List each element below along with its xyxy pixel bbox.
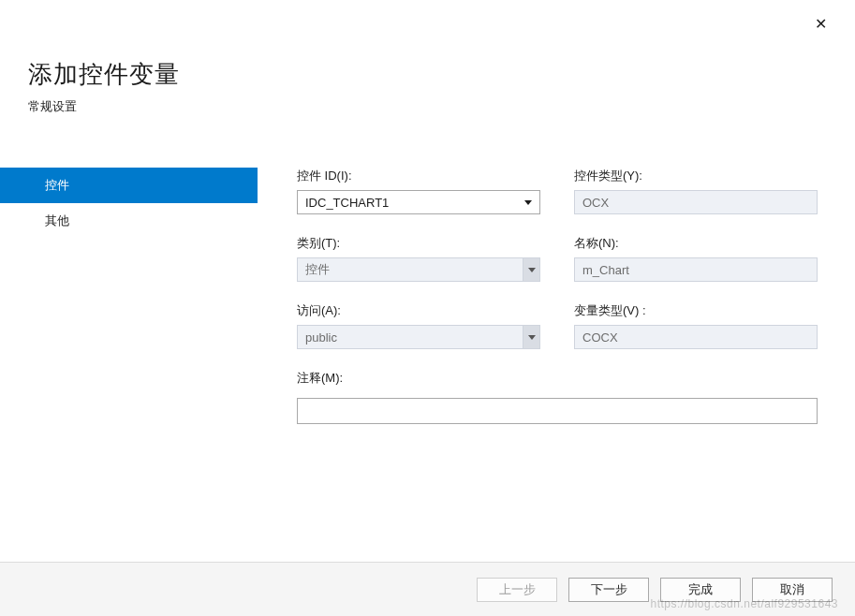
field-category: 类别(T): 控件 <box>297 235 540 282</box>
field-control-id: 控件 ID(I): IDC_TCHART1 <box>297 168 540 214</box>
label-var-type: 变量类型(V) : <box>574 302 818 319</box>
button-label: 下一步 <box>591 581 627 598</box>
chevron-down-icon <box>524 200 532 205</box>
label-control-type: 控件类型(Y): <box>574 168 818 184</box>
field-name: 名称(N): m_Chart <box>574 235 818 282</box>
page-subtitle: 常规设置 <box>28 98 827 115</box>
button-label: 完成 <box>688 581 713 598</box>
input-value: m_Chart <box>582 263 629 277</box>
dropdown-button <box>523 258 539 281</box>
dialog-header: 添加控件变量 常规设置 <box>0 0 855 123</box>
input-value: COCX <box>582 330 618 345</box>
label-control-id: 控件 ID(I): <box>297 168 540 184</box>
input-comment[interactable] <box>297 398 818 424</box>
sidebar-item-other[interactable]: 其他 <box>0 203 258 239</box>
chevron-down-icon <box>528 335 536 340</box>
input-var-type: COCX <box>574 325 818 349</box>
field-control-type: 控件类型(Y): OCX <box>574 168 818 214</box>
next-button[interactable]: 下一步 <box>568 578 649 602</box>
dialog-body: 控件 其他 控件 ID(I): IDC_TCHART1 控件类型(Y): OCX <box>0 123 855 424</box>
button-label: 上一步 <box>499 581 536 598</box>
button-label: 取消 <box>780 581 804 598</box>
prev-button: 上一步 <box>477 578 557 602</box>
sidebar: 控件 其他 <box>0 168 258 424</box>
label-access: 访问(A): <box>297 302 540 319</box>
label-category: 类别(T): <box>297 235 540 252</box>
page-title: 添加控件变量 <box>28 58 827 91</box>
dropdown-button <box>523 326 539 348</box>
form-area: 控件 ID(I): IDC_TCHART1 控件类型(Y): OCX 类别(T)… <box>258 168 855 424</box>
select-value: IDC_TCHART1 <box>305 196 524 210</box>
select-access: public <box>297 325 540 349</box>
input-value: OCX <box>582 196 609 210</box>
sidebar-item-label: 其他 <box>45 213 69 227</box>
label-name: 名称(N): <box>574 235 818 252</box>
input-control-type: OCX <box>574 190 818 214</box>
select-value: 控件 <box>305 261 532 278</box>
close-icon[interactable]: ✕ <box>815 17 827 32</box>
finish-button[interactable]: 完成 <box>660 578 741 602</box>
select-value: public <box>305 330 532 345</box>
sidebar-item-label: 控件 <box>45 178 69 192</box>
field-comment: 注释(M): <box>297 370 818 424</box>
chevron-down-icon <box>528 268 536 272</box>
field-var-type: 变量类型(V) : COCX <box>574 302 818 349</box>
dialog-footer: 上一步 下一步 完成 取消 <box>0 562 855 616</box>
field-access: 访问(A): public <box>297 302 540 349</box>
label-comment: 注释(M): <box>297 370 818 387</box>
cancel-button[interactable]: 取消 <box>752 578 833 602</box>
select-category: 控件 <box>297 257 540 282</box>
sidebar-item-control[interactable]: 控件 <box>0 168 258 203</box>
select-control-id[interactable]: IDC_TCHART1 <box>297 190 540 214</box>
input-name[interactable]: m_Chart <box>574 257 818 282</box>
